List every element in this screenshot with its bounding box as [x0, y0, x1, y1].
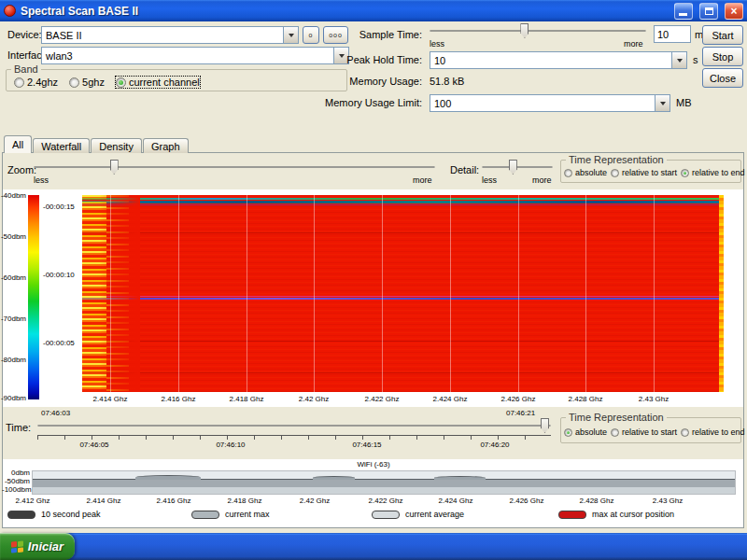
- legend-swatch: [191, 511, 219, 519]
- tab-density[interactable]: Density: [91, 138, 142, 153]
- freq-gridline: [585, 195, 586, 392]
- radio-icon: [564, 169, 572, 177]
- radio-icon: [611, 169, 619, 177]
- close-button[interactable]: Close: [702, 68, 743, 88]
- tab-graph[interactable]: Graph: [143, 138, 189, 153]
- wf-dbm-label: -60dbm: [0, 273, 26, 282]
- window-titlebar[interactable]: Spectral Scan BASE II ×: [0, 0, 747, 21]
- device-value: BASE II: [42, 27, 283, 43]
- timerep-top-relative-end[interactable]: relative to end: [681, 168, 745, 177]
- wf-freq-label: 2.428 Ghz: [562, 395, 609, 403]
- restore-button[interactable]: [699, 3, 718, 20]
- radio-checked-icon: [681, 169, 689, 177]
- sample-time-slider-track[interactable]: [430, 30, 646, 32]
- sample-time-slider[interactable]: [430, 22, 646, 39]
- minimize-button[interactable]: [674, 3, 693, 20]
- wf-freq-label: 2.424 Ghz: [427, 395, 473, 403]
- timerep-bottom-absolute[interactable]: absolute: [564, 427, 607, 437]
- sample-time-label: Sample Time:: [308, 29, 422, 40]
- radio-icon: [69, 77, 79, 88]
- memory-usage-limit-unit: MB: [676, 97, 692, 108]
- taskbar: Iniciar e admin@localhost - Th... Spectr…: [0, 533, 747, 560]
- peak-hold-dropdown-arrow-icon[interactable]: [671, 52, 686, 68]
- tab-all[interactable]: All: [4, 135, 32, 153]
- freq-gridline: [450, 195, 451, 392]
- time-slider-track[interactable]: [37, 425, 551, 427]
- timerep-bottom-relative-end[interactable]: relative to end: [681, 427, 745, 437]
- time-representation-label: Time Representation: [566, 154, 667, 165]
- device-dropdown-arrow-icon[interactable]: [283, 27, 298, 43]
- waterfall-canvas[interactable]: [82, 195, 724, 392]
- memory-limit-dropdown-arrow-icon[interactable]: [655, 95, 669, 111]
- wf-dbm-label: -90dbm: [0, 394, 26, 402]
- timerep-bottom-relative-start[interactable]: relative to start: [611, 427, 677, 437]
- detail-slider-thumb[interactable]: [509, 160, 517, 175]
- sp-dbm-label: 0dbm: [2, 469, 30, 477]
- sample-time-input[interactable]: [654, 25, 691, 43]
- memory-usage-limit-select[interactable]: 100: [430, 94, 670, 112]
- radio-checked-icon: [564, 428, 572, 437]
- tab-waterfall[interactable]: Waterfall: [33, 138, 90, 153]
- device-select[interactable]: BASE II: [41, 26, 299, 44]
- legend-current-average: current average: [372, 510, 464, 519]
- timerep-top-relative-start[interactable]: relative to start: [611, 168, 677, 177]
- band-group-label: Band: [11, 63, 41, 75]
- peak-hold-time-unit: s: [693, 54, 698, 65]
- freq-gridline: [314, 195, 315, 392]
- freq-gridline: [178, 195, 179, 392]
- zoom-slider-thumb[interactable]: [110, 160, 119, 175]
- detail-slider[interactable]: [482, 159, 553, 175]
- start-button[interactable]: Start: [702, 25, 743, 45]
- radio-icon: [14, 77, 24, 88]
- close-window-button[interactable]: ×: [725, 3, 743, 20]
- peak-hold-time-value: 10: [430, 52, 671, 68]
- restore-icon: [705, 7, 713, 15]
- sp-freq-label: 2.428 Ghz: [571, 497, 622, 505]
- start-menu-button[interactable]: Iniciar: [0, 533, 75, 560]
- sp-freq-label: 2.42 Ghz: [289, 497, 340, 505]
- zoom-slider-track[interactable]: [34, 166, 435, 168]
- wf-time-label: -00:00:05: [43, 339, 75, 347]
- interface-select[interactable]: wlan3: [41, 47, 349, 64]
- spectrum-plot[interactable]: [32, 470, 736, 495]
- band-group: Band 2.4ghz 5ghz current channel: [6, 63, 347, 91]
- legend-swatch: [7, 511, 35, 519]
- time-label: Time:: [6, 422, 31, 433]
- radio-icon: [681, 428, 689, 437]
- sp-freq-label: 2.416 Ghz: [148, 497, 199, 505]
- peak-hold-time-select[interactable]: 10: [430, 51, 687, 69]
- wf-time-label: -00:00:15: [43, 203, 75, 211]
- freq-gridline: [247, 195, 247, 392]
- time-range-end: 07:46:21: [506, 409, 535, 417]
- stop-button[interactable]: Stop: [702, 47, 743, 66]
- wf-freq-label: 2.42 Ghz: [290, 395, 337, 403]
- radio-checked-icon: [116, 77, 126, 88]
- timerep-top-absolute[interactable]: absolute: [564, 168, 607, 177]
- time-slider-thumb[interactable]: [541, 418, 549, 433]
- zoom-slider[interactable]: [34, 159, 435, 175]
- sp-dbm-label: -100dbm: [2, 485, 30, 494]
- band-radio-5ghz[interactable]: 5ghz: [69, 77, 105, 88]
- wf-dbm-label: -70dbm: [0, 315, 26, 323]
- time-axis-label: 07:46:20: [472, 441, 517, 449]
- freq-gridline: [518, 195, 519, 392]
- spectral-scan-app-icon: [4, 5, 16, 17]
- wf-freq-label: 2.416 Ghz: [155, 395, 202, 403]
- detail-less-label: less: [482, 175, 497, 185]
- sample-time-slider-thumb[interactable]: [520, 23, 529, 38]
- sp-freq-label: 2.426 Ghz: [501, 497, 552, 505]
- sp-freq-label: 2.414 Ghz: [78, 497, 129, 505]
- sp-freq-label: 2.424 Ghz: [430, 497, 481, 505]
- band-radio-24ghz[interactable]: 2.4ghz: [14, 77, 58, 88]
- zoom-less-label: less: [34, 175, 49, 185]
- peak-hold-time-label: Peak Hold Time:: [308, 54, 422, 65]
- sp-freq-label: 2.422 Ghz: [360, 497, 411, 505]
- device-label: Device:: [7, 29, 42, 40]
- minimize-icon: [679, 13, 687, 16]
- dbm-color-scale: [28, 195, 39, 399]
- time-representation-group-bottom: Time Representation absolute relative to…: [560, 412, 741, 443]
- time-slider[interactable]: [37, 417, 551, 434]
- band-radio-current-channel[interactable]: current channel: [116, 77, 200, 88]
- zoom-label: Zoom:: [7, 164, 36, 175]
- detail-slider-track[interactable]: [482, 166, 553, 168]
